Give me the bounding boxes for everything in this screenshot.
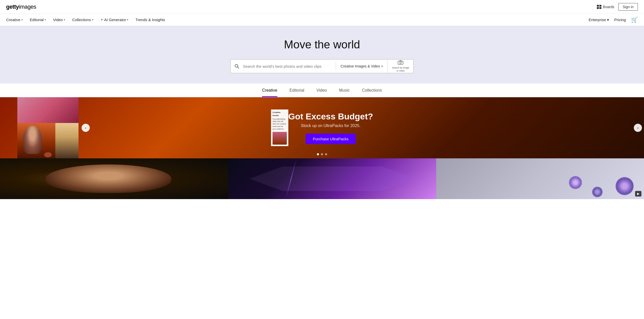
search-input[interactable]	[243, 64, 336, 68]
svg-line-5	[238, 67, 239, 68]
tab-editorial[interactable]: Editorial	[290, 88, 304, 97]
nav-label-trends: Trends & Insights	[135, 18, 165, 22]
svg-point-8	[402, 62, 403, 62]
chevron-down-icon: ▾	[64, 18, 65, 21]
nav-item-creative[interactable]: Creative ▾	[6, 14, 23, 26]
banner-dot-2[interactable]	[321, 153, 323, 155]
nav-item-ai-generator[interactable]: ✦ AI Generator ▾	[100, 14, 128, 26]
nav-label-pricing: Pricing	[614, 18, 626, 22]
video-play-icon: ▶	[637, 192, 639, 196]
nav-right: Enterprise ▾ Pricing 🛒	[589, 14, 638, 26]
nav-label-collections: Collections	[72, 18, 91, 22]
logo-light: images	[19, 4, 36, 10]
search-by-image-label: Search by imageor video	[392, 66, 409, 72]
banner: Creative trends Groundbreaking rights th…	[0, 97, 644, 158]
search-type-button[interactable]: Creative Images & Video ▾	[336, 60, 388, 73]
svg-rect-3	[599, 7, 601, 9]
camera-icon	[398, 60, 403, 66]
ai-star-icon: ✦	[100, 18, 103, 22]
nav-bar: Creative ▾ Editorial ▾ Video ▾ Collectio…	[0, 14, 644, 26]
side-panel-left: Creative trends Groundbreaking rights th…	[271, 109, 288, 146]
banner-image-fruit	[17, 97, 79, 123]
tab-video[interactable]: Video	[316, 88, 327, 97]
banner-cta-button[interactable]: Purchase UltraPacks	[306, 134, 356, 144]
side-panel-title: Creative trends	[273, 111, 287, 117]
tab-music[interactable]: Music	[339, 88, 350, 97]
svg-rect-0	[597, 5, 599, 7]
nav-item-pricing[interactable]: Pricing	[614, 14, 626, 26]
side-panel-description: Groundbreaking rights that will steer th…	[273, 118, 287, 130]
nav-label-enterprise: Enterprise	[589, 18, 606, 22]
nav-item-video[interactable]: Video ▾	[53, 14, 65, 26]
tab-creative[interactable]: Creative	[262, 88, 277, 97]
svg-rect-6	[398, 61, 403, 64]
grid-image-objects[interactable]: ▶	[436, 158, 644, 199]
video-badge: ▶	[635, 191, 641, 197]
boards-icon	[597, 5, 601, 9]
nav-item-trends[interactable]: Trends & Insights	[135, 14, 165, 26]
chevron-down-icon: ▾	[45, 18, 46, 21]
tab-collections[interactable]: Collections	[362, 88, 382, 97]
boards-button[interactable]: Boards	[597, 5, 614, 9]
chevron-down-icon: ▾	[21, 18, 23, 21]
banner-prev-button[interactable]: ‹	[82, 124, 90, 132]
search-type-label: Creative Images & Video	[341, 64, 380, 68]
filter-tabs: Creative Editorial Video Music Collectio…	[0, 84, 644, 97]
hero-title: Move the world	[284, 38, 360, 51]
banner-dot-3[interactable]	[325, 153, 327, 155]
header-right: Boards Sign in	[597, 3, 638, 11]
boards-label: Boards	[603, 5, 614, 9]
nav-label-video: Video	[53, 18, 63, 22]
header-top: gettyimages Boards Sign in	[0, 0, 644, 14]
banner-dot-1[interactable]	[317, 153, 319, 155]
svg-rect-2	[597, 7, 599, 9]
banner-image-collage	[17, 97, 79, 158]
chevron-down-icon: ▾	[92, 18, 93, 21]
banner-image-bottom-row	[17, 123, 79, 158]
side-panel-image-preview	[273, 132, 287, 145]
chevron-down-icon: ▾	[381, 65, 383, 68]
chevron-down-icon: ▾	[607, 18, 609, 22]
search-icon	[231, 64, 243, 69]
svg-rect-1	[599, 5, 601, 7]
cart-icon[interactable]: 🛒	[631, 17, 638, 23]
image-grid: ▶	[0, 158, 644, 199]
search-bar: Creative Images & Video ▾ Search by imag…	[230, 59, 414, 73]
chevron-down-icon: ▾	[127, 18, 128, 21]
side-panel-content: Creative trends Groundbreaking rights th…	[271, 109, 288, 146]
svg-point-7	[400, 62, 402, 64]
banner-dots	[317, 153, 327, 155]
grid-image-child[interactable]	[0, 158, 228, 199]
logo[interactable]: gettyimages	[6, 4, 36, 10]
logo-bold: getty	[6, 4, 19, 10]
nav-item-collections[interactable]: Collections ▾	[72, 14, 93, 26]
banner-content: Got Excess Budget? Stock up on UltraPack…	[288, 112, 373, 144]
nav-label-ai-generator: AI Generator	[104, 18, 126, 22]
nav-label-creative: Creative	[6, 18, 20, 22]
hero-section: Move the world Creative Images & Video ▾	[0, 26, 644, 84]
nav-label-editorial: Editorial	[30, 18, 44, 22]
banner-next-button[interactable]: ›	[634, 124, 642, 132]
banner-title: Got Excess Budget?	[288, 112, 373, 121]
nav-item-enterprise[interactable]: Enterprise ▾	[589, 18, 609, 22]
sign-in-button[interactable]: Sign in	[618, 3, 638, 11]
banner-image-food	[55, 123, 79, 158]
search-by-image-button[interactable]: Search by imageor video	[388, 60, 413, 73]
nav-left: Creative ▾ Editorial ▾ Video ▾ Collectio…	[6, 14, 165, 26]
banner-subtitle: Stock up on UltraPacks for 2025.	[288, 123, 373, 128]
nav-item-editorial[interactable]: Editorial ▾	[30, 14, 46, 26]
grid-image-abstract[interactable]	[228, 158, 436, 199]
